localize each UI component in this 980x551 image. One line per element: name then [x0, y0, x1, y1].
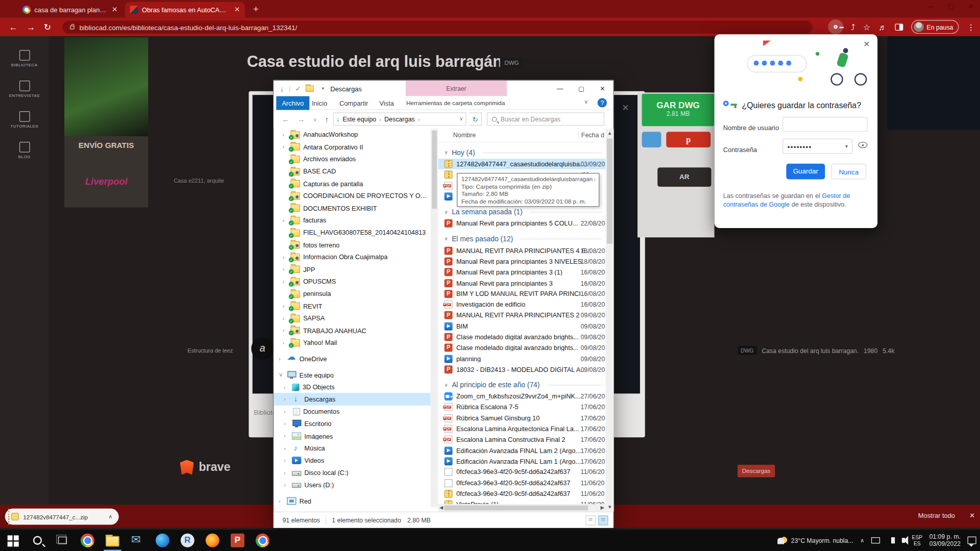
file-list-scrollbar[interactable]: ▲ ▼	[606, 129, 614, 512]
new-folder-icon[interactable]	[306, 85, 314, 91]
tree-expander-icon[interactable]: ›	[284, 433, 292, 439]
file-row[interactable]: MANUAL REVIT PARA PRINCIPIANTES 4 E... 1…	[438, 245, 605, 256]
tree-item[interactable]: › Imágenes	[274, 430, 430, 442]
group-chevron-icon[interactable]: ∨	[445, 236, 448, 242]
tree-item[interactable]: › TRABAJO ANAHUAC	[274, 324, 430, 337]
notification-center-icon[interactable]	[968, 537, 976, 544]
tree-expander-icon[interactable]: ›	[284, 482, 292, 488]
dark-action-button[interactable]: AR	[657, 167, 711, 187]
breadcrumb-current[interactable]: Descargas	[384, 116, 415, 122]
browser-menu-icon[interactable]: ⋮	[967, 22, 975, 31]
file-group-header[interactable]: ∨ La semana pasada (1)	[438, 206, 605, 218]
show-all-downloads-button[interactable]: Mostrar todo	[912, 510, 962, 521]
explorer-close-icon[interactable]: ✕	[592, 81, 614, 96]
tree-item[interactable]: › Videos	[274, 455, 430, 467]
file-row[interactable]: Clase modelado digital avanzado brights.…	[438, 332, 605, 342]
tree-item[interactable]: › AnahuacWorkshop	[274, 129, 430, 141]
taskbar-app[interactable]	[75, 530, 100, 551]
file-row[interactable]: 127482v8477447_casaestudiodelarqluisba..…	[438, 159, 605, 169]
tree-item[interactable]: › SAPSA	[274, 312, 430, 324]
tree-item[interactable]: ∨ Este equipo	[274, 369, 430, 381]
password-caret-icon[interactable]: ▼	[844, 144, 848, 149]
tree-item[interactable]: › 3D Objects	[274, 381, 430, 393]
file-row[interactable]: Edificación Avanzada FINAL Lam 1 (Argo..…	[438, 456, 605, 467]
file-row[interactable]: BIM Y LOD MANUAL REVIT PARA PRINCI... 16…	[438, 288, 605, 299]
tree-item[interactable]: DOCUMENTOS EXHIBIT	[274, 202, 430, 214]
brave-ad[interactable]: brave	[180, 460, 231, 474]
file-row[interactable]: planning 09/08/20	[438, 353, 605, 364]
show-password-eye-icon[interactable]	[858, 142, 867, 148]
tree-expander-icon[interactable]: ›	[279, 356, 287, 362]
media-control-icon[interactable]: ♬	[878, 22, 887, 31]
file-row[interactable]: BIM 09/08/20	[438, 321, 605, 332]
site-nav-item[interactable]: TUTORIALES	[0, 111, 49, 128]
group-chevron-icon[interactable]: ∨	[445, 382, 448, 388]
breadcrumb-root[interactable]: Este equipo	[342, 116, 376, 122]
tree-item[interactable]: Capturas de pantalla	[274, 178, 430, 190]
file-row[interactable]: Manual Revit para principiantes 5 COLU..…	[438, 218, 605, 229]
file-scrollbar-thumb[interactable]	[607, 139, 612, 244]
taskbar-app[interactable]	[125, 530, 150, 551]
refresh-icon[interactable]: ↻	[470, 112, 482, 126]
lock-icon[interactable]	[70, 26, 75, 29]
descargas-chip[interactable]: Descargas	[738, 465, 775, 477]
tab-herramientas-comprimida[interactable]: Herramientas de carpeta comprimida	[406, 96, 512, 110]
tab-inicio[interactable]: Inicio	[306, 96, 333, 110]
tree-item[interactable]: peninsula	[274, 288, 430, 300]
ad-banner[interactable]: ENVÍO GRATIS Liverpool	[64, 37, 148, 207]
taskbar-app[interactable]	[100, 530, 125, 551]
reload-icon[interactable]: ↻	[44, 22, 51, 32]
explorer-title-bar[interactable]: ↓ | ✓ ▾ Descargas Extraer — ▢ ✕	[274, 81, 613, 96]
ribbon-expand-icon[interactable]: ∨	[584, 98, 588, 105]
site-nav-item[interactable]: BLOG	[0, 142, 49, 159]
taskbar-app[interactable]	[175, 530, 200, 551]
tree-item[interactable]: BASE CAD	[274, 165, 430, 178]
file-row[interactable]: Rúbrica Escalona 7-5 17/06/20	[438, 402, 605, 413]
file-row[interactable]: Rúbrica Samuel Ginsburg 10 17/06/20	[438, 413, 605, 423]
tree-expander-icon[interactable]: ›	[284, 445, 292, 452]
help-icon[interactable]: ?	[598, 98, 607, 107]
view-list-icon[interactable]	[585, 515, 596, 525]
profile-button[interactable]: En pausa	[911, 20, 959, 34]
password-field[interactable]: •••••••• ▼	[782, 139, 852, 154]
tree-item[interactable]: › Red	[274, 495, 430, 507]
tree-item[interactable]: › OneDrive	[274, 353, 430, 365]
qa-customize-caret[interactable]: ▾	[322, 86, 324, 91]
hscrollbar-thumb[interactable]	[445, 506, 589, 511]
tree-item[interactable]: › Informacion Obra Cuajimalpa	[274, 251, 430, 263]
minimize-icon[interactable]: —	[927, 3, 934, 11]
properties-check-icon[interactable]: ✓	[296, 85, 301, 92]
scroll-left-icon[interactable]: ◀	[439, 505, 444, 510]
card-close-icon[interactable]: ✕	[622, 103, 629, 113]
tree-scrollbar-thumb[interactable]	[432, 131, 437, 209]
close-icon[interactable]: ✕	[968, 3, 973, 11]
tree-item[interactable]: › Antara Corporativo II	[274, 141, 430, 153]
view-details-icon[interactable]	[598, 515, 608, 525]
explorer-breadcrumb[interactable]: ↓ Este equipo › Descargas › ∨	[333, 112, 467, 126]
tree-item[interactable]: › Documentos	[274, 406, 430, 418]
file-group-header[interactable]: ∨ El mes pasado (12)	[438, 233, 605, 245]
share-icon[interactable]: ⤴	[851, 22, 855, 31]
maximize-icon[interactable]: ▢	[948, 3, 954, 11]
column-nombre[interactable]: Nombre	[438, 132, 578, 138]
language-indicator[interactable]: ESPES	[912, 534, 922, 546]
scroll-up-icon[interactable]: ▲	[606, 131, 614, 136]
file-row[interactable]: MANUAL REVIT PARA PRINCIPIANTES 2 09/08/…	[438, 310, 605, 321]
tree-item[interactable]: › Descargas	[274, 393, 430, 406]
search-button[interactable]	[25, 530, 50, 551]
tree-item[interactable]: Archivos enviados	[274, 153, 430, 165]
file-row[interactable]: Manual Revit para principiantes 3 (1) 16…	[438, 267, 605, 278]
tab-vista[interactable]: Vista	[374, 96, 399, 110]
volume-icon[interactable]	[902, 538, 905, 543]
tree-item[interactable]: › REVIT	[274, 300, 430, 312]
tree-expander-icon[interactable]: ›	[284, 458, 292, 464]
tree-expander-icon[interactable]: ›	[284, 396, 292, 403]
taskbar-app[interactable]	[225, 530, 250, 551]
shelf-close-icon[interactable]: ✕	[969, 512, 975, 520]
tree-item[interactable]: › Disco local (C:)	[274, 467, 430, 479]
password-key-button[interactable]	[828, 19, 843, 34]
file-row[interactable]: Zoom_cm_fukbsfszosiZ9vvrZo4_m+piNK... 27…	[438, 391, 605, 402]
tree-expander-icon[interactable]: ›	[284, 409, 292, 415]
weather-widget[interactable]: 23°C Mayorm. nubla...	[777, 537, 853, 544]
file-row[interactable]: Manual Revit para principiantes 3 16/08/…	[438, 278, 605, 288]
